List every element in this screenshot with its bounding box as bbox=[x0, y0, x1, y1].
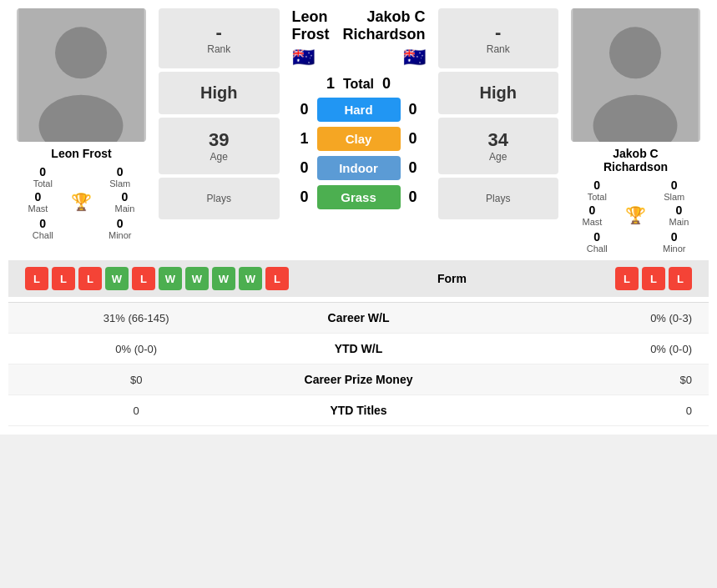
svg-point-4 bbox=[609, 27, 661, 78]
grass-score-row: 0 Grass 0 bbox=[292, 185, 426, 209]
left-middle-stats: - Rank High 39 Age Plays bbox=[154, 8, 284, 223]
career-wl-label: Career W/L bbox=[247, 311, 469, 324]
form-badge: L bbox=[615, 267, 639, 290]
form-badge: W bbox=[159, 267, 182, 290]
right-rank-box: - Rank bbox=[438, 8, 559, 68]
left-trophy-row: 0 Mast 🏆 0 Main bbox=[8, 190, 154, 214]
left-bottom-stats: 0 Chall 0 Minor bbox=[8, 217, 154, 240]
right-plays-box: Plays bbox=[438, 178, 559, 219]
left-center-name: Leon Frost bbox=[292, 8, 343, 43]
left-player-name: Leon Frost bbox=[51, 147, 111, 160]
right-bottom-stats: 0 Chall 0 Minor bbox=[563, 230, 709, 254]
svg-point-1 bbox=[55, 27, 107, 78]
hard-score-row: 0 Hard 0 bbox=[292, 98, 426, 122]
indoor-badge: Indoor bbox=[317, 156, 401, 180]
left-player-stats: 0 Total 0 Slam bbox=[8, 165, 154, 188]
grass-left-score: 0 bbox=[292, 188, 317, 206]
right-career-wl: 0% (0-3) bbox=[470, 312, 692, 324]
left-rank-box: - Rank bbox=[159, 8, 280, 68]
grass-right-score: 0 bbox=[401, 188, 426, 206]
right-center-name: Jakob C Richardson bbox=[342, 8, 425, 43]
form-badge: L bbox=[52, 267, 75, 290]
left-slam-val: 0 Slam bbox=[86, 165, 155, 188]
right-trophy-icon: 🏆 bbox=[625, 205, 646, 225]
form-badge: L bbox=[669, 267, 692, 290]
clay-badge: Clay bbox=[317, 127, 401, 151]
form-badge: L bbox=[132, 267, 155, 290]
left-total-val: 0 Total bbox=[8, 165, 78, 188]
career-prize-label: Career Prize Money bbox=[247, 373, 469, 386]
career-prize-row: $0 Career Prize Money $0 bbox=[8, 364, 709, 395]
clay-right-score: 0 bbox=[401, 130, 426, 148]
right-ytd-wl: 0% (0-0) bbox=[470, 343, 692, 355]
ytd-wl-label: YTD W/L bbox=[247, 342, 469, 355]
total-right-score: 0 bbox=[374, 75, 399, 93]
form-badge: W bbox=[239, 267, 262, 290]
right-career-prize: $0 bbox=[470, 374, 692, 386]
left-plays-box: Plays bbox=[159, 178, 280, 219]
right-age-box: 34 Age bbox=[438, 118, 559, 174]
form-badge: L bbox=[25, 267, 48, 290]
right-ytd-titles: 0 bbox=[470, 405, 692, 417]
hard-badge: Hard bbox=[317, 98, 401, 122]
hard-right-score: 0 bbox=[401, 101, 426, 118]
right-middle-stats: - Rank High 34 Age Plays bbox=[434, 8, 563, 223]
form-badge: L bbox=[78, 267, 102, 290]
form-badge: W bbox=[105, 267, 129, 290]
right-player-card: Jakob C Richardson 0 Total 0 Slam 0 Mast… bbox=[563, 8, 709, 254]
form-label: Form bbox=[437, 272, 467, 285]
form-section: LLLWLWWWWL Form LLL bbox=[8, 260, 709, 297]
right-high-box: High bbox=[438, 72, 559, 114]
grass-badge: Grass bbox=[317, 185, 401, 209]
left-career-prize: $0 bbox=[25, 374, 247, 386]
form-badge: L bbox=[642, 267, 665, 290]
career-wl-row: 31% (66-145) Career W/L 0% (0-3) bbox=[8, 303, 709, 334]
left-form-badges: LLLWLWWWWL bbox=[25, 267, 289, 290]
left-age-box: 39 Age bbox=[159, 118, 280, 174]
ytd-titles-row: 0 YTD Titles 0 bbox=[8, 395, 709, 426]
left-trophy-icon: 🏆 bbox=[71, 192, 92, 212]
indoor-right-score: 0 bbox=[401, 159, 426, 177]
bottom-stats: 31% (66-145) Career W/L 0% (0-3) 0% (0-0… bbox=[8, 302, 709, 426]
hard-left-score: 0 bbox=[292, 101, 317, 118]
right-trophy-row: 0 Mast 🏆 0 Main bbox=[563, 204, 709, 227]
indoor-score-row: 0 Indoor 0 bbox=[292, 156, 426, 180]
top-section: Leon Frost 0 Total 0 Slam 0 Mast 🏆 0 bbox=[8, 8, 709, 254]
total-label: Total bbox=[343, 77, 374, 92]
left-career-wl: 31% (66-145) bbox=[25, 312, 247, 324]
right-form-badges: LLL bbox=[615, 267, 692, 290]
left-player-card: Leon Frost 0 Total 0 Slam 0 Mast 🏆 0 bbox=[8, 8, 154, 240]
ytd-titles-label: YTD Titles bbox=[247, 404, 469, 417]
match-center: Leon Frost Jakob C Richardson 🇦🇺 🇦🇺 1 To… bbox=[284, 8, 434, 214]
form-badge: L bbox=[265, 267, 289, 290]
total-score-row: 1 Total 0 bbox=[318, 75, 399, 93]
left-high-box: High bbox=[159, 72, 280, 114]
clay-left-score: 1 bbox=[292, 130, 317, 148]
main-container: Leon Frost 0 Total 0 Slam 0 Mast 🏆 0 bbox=[0, 0, 717, 435]
form-badge: W bbox=[212, 267, 235, 290]
left-flag: 🇦🇺 bbox=[292, 47, 315, 68]
right-player-avatar bbox=[571, 8, 700, 142]
total-left-score: 1 bbox=[318, 75, 343, 93]
clay-score-row: 1 Clay 0 bbox=[292, 127, 426, 151]
right-flag: 🇦🇺 bbox=[403, 47, 426, 68]
form-badge: W bbox=[185, 267, 209, 290]
left-ytd-titles: 0 bbox=[25, 405, 247, 417]
right-player-name: Jakob C Richardson bbox=[603, 147, 668, 173]
left-ytd-wl: 0% (0-0) bbox=[25, 343, 247, 355]
left-player-avatar bbox=[17, 8, 146, 142]
right-player-stats: 0 Total 0 Slam bbox=[563, 178, 709, 202]
ytd-wl-row: 0% (0-0) YTD W/L 0% (0-0) bbox=[8, 334, 709, 364]
indoor-left-score: 0 bbox=[292, 159, 317, 177]
